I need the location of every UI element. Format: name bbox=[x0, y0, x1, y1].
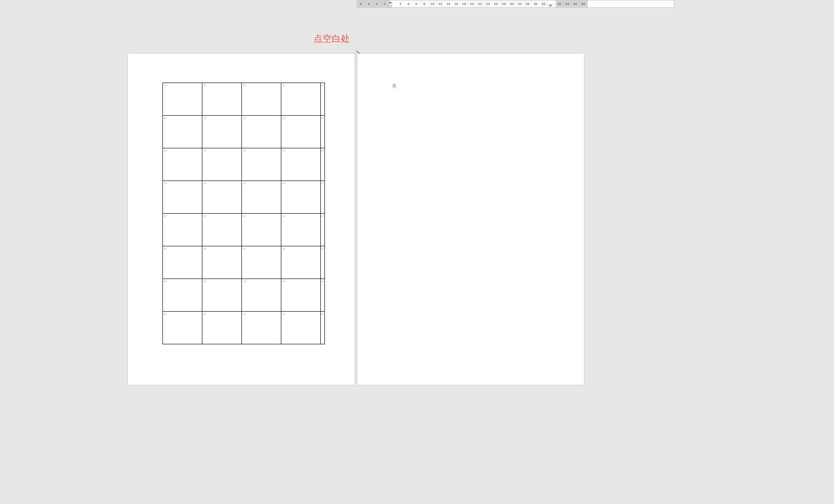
paragraph-mark-icon: ↵ bbox=[283, 84, 285, 87]
paragraph-mark-icon: ↵ bbox=[204, 182, 206, 185]
row-end-cell: ↵ bbox=[321, 116, 325, 148]
table-cell[interactable]: ↵ bbox=[202, 246, 242, 279]
table-row[interactable]: ↵↵↵↵↵ bbox=[163, 148, 325, 181]
table-cell[interactable]: ↵ bbox=[163, 116, 202, 148]
row-end-cell: ↵ bbox=[321, 279, 325, 312]
table-cell[interactable]: ↵ bbox=[242, 181, 281, 214]
table-cell[interactable]: ↵ bbox=[163, 279, 202, 312]
paragraph-mark-icon: ↵ bbox=[283, 149, 285, 152]
paragraph-mark-icon: ↵ bbox=[204, 117, 206, 120]
paragraph-mark-icon: ↵ bbox=[164, 149, 167, 152]
table-cell[interactable]: ↵ bbox=[281, 83, 321, 116]
table-cell[interactable]: ↵ bbox=[242, 312, 281, 344]
table-cell[interactable]: ↵ bbox=[202, 312, 242, 344]
paragraph-mark: ↵ bbox=[392, 83, 396, 88]
paragraph-mark-icon: ↵ bbox=[283, 182, 285, 185]
paragraph-mark-icon: ↵ bbox=[204, 280, 206, 283]
table-cell[interactable]: ↵ bbox=[242, 83, 281, 116]
paragraph-mark-icon: ↵ bbox=[283, 247, 285, 250]
paragraph-mark-icon: ↵ bbox=[204, 247, 206, 250]
table-cell[interactable]: ↵ bbox=[163, 148, 202, 181]
table-row[interactable]: ↵↵↵↵↵ bbox=[163, 214, 325, 246]
paragraph-mark-icon: ↵ bbox=[321, 182, 324, 185]
paragraph-mark-icon: ↵ bbox=[321, 117, 324, 120]
table-cell[interactable]: ↵ bbox=[281, 181, 321, 214]
table-row[interactable]: ↵↵↵↵↵ bbox=[163, 246, 325, 279]
document-page-1[interactable]: ↵↵↵↵↵↵↵↵↵↵↵↵↵↵↵↵↵↵↵↵↵↵↵↵↵↵↵↵↵↵↵↵↵↵↵↵↵↵↵↵ bbox=[128, 54, 354, 385]
paragraph-mark-icon: ↵ bbox=[164, 280, 167, 283]
table-cell[interactable]: ↵ bbox=[281, 116, 321, 148]
paragraph-mark-icon: ↵ bbox=[321, 280, 324, 283]
paragraph-mark-icon: ↵ bbox=[164, 247, 167, 250]
row-end-cell: ↵ bbox=[321, 246, 325, 279]
table-cell[interactable]: ↵ bbox=[242, 214, 281, 246]
row-end-cell: ↵ bbox=[321, 148, 325, 181]
row-end-cell: ↵ bbox=[321, 83, 325, 116]
table-cell[interactable]: ↵ bbox=[202, 279, 242, 312]
document-page-2[interactable]: ↵ bbox=[358, 54, 584, 385]
row-end-cell: ↵ bbox=[321, 214, 325, 246]
table-cell[interactable]: ↵ bbox=[242, 246, 281, 279]
paragraph-mark-icon: ↵ bbox=[243, 149, 246, 152]
paragraph-mark-icon: ↵ bbox=[243, 117, 246, 120]
paragraph-mark-icon: ↵ bbox=[283, 117, 285, 120]
paragraph-mark-icon: ↵ bbox=[164, 84, 167, 87]
table-cell[interactable]: ↵ bbox=[163, 181, 202, 214]
table-cell[interactable]: ↵ bbox=[202, 214, 242, 246]
paragraph-mark-icon: ↵ bbox=[243, 84, 246, 87]
table-row[interactable]: ↵↵↵↵↵ bbox=[163, 312, 325, 344]
table-cell[interactable]: ↵ bbox=[202, 83, 242, 116]
table-cell[interactable]: ↵ bbox=[163, 246, 202, 279]
table-cell[interactable]: ↵ bbox=[163, 83, 202, 116]
paragraph-mark-icon: ↵ bbox=[321, 149, 324, 152]
paragraph-mark-icon: ↵ bbox=[243, 215, 246, 218]
table-cell[interactable]: ↵ bbox=[281, 214, 321, 246]
paragraph-mark-icon: ↵ bbox=[204, 84, 206, 87]
paragraph-mark-icon: ↵ bbox=[164, 182, 167, 185]
table-cell[interactable]: ↵ bbox=[281, 312, 321, 344]
paragraph-mark-icon: ↵ bbox=[243, 313, 246, 316]
table-row[interactable]: ↵↵↵↵↵ bbox=[163, 181, 325, 214]
paragraph-mark-icon: ↵ bbox=[164, 215, 167, 218]
table-cell[interactable]: ↵ bbox=[242, 279, 281, 312]
paragraph-mark-icon: ↵ bbox=[164, 313, 167, 316]
paragraph-mark-icon: ↵ bbox=[283, 313, 285, 316]
row-end-cell: ↵ bbox=[321, 312, 325, 344]
table-cell[interactable]: ↵ bbox=[163, 312, 202, 344]
table-cell[interactable]: ↵ bbox=[281, 279, 321, 312]
paragraph-mark-icon: ↵ bbox=[204, 215, 206, 218]
table-row[interactable]: ↵↵↵↵↵ bbox=[163, 279, 325, 312]
table-cell[interactable]: ↵ bbox=[163, 214, 202, 246]
paragraph-mark-icon: ↵ bbox=[321, 84, 324, 87]
table-cell[interactable]: ↵ bbox=[202, 181, 242, 214]
table-cell[interactable]: ↵ bbox=[202, 148, 242, 181]
paragraph-mark-icon: ↵ bbox=[321, 313, 324, 316]
table-cell[interactable]: ↵ bbox=[202, 116, 242, 148]
table-cell[interactable]: ↵ bbox=[281, 246, 321, 279]
paragraph-mark-icon: ↵ bbox=[321, 215, 324, 218]
paragraph-mark-icon: ↵ bbox=[283, 215, 285, 218]
paragraph-mark-icon: ↵ bbox=[243, 182, 246, 185]
paragraph-mark-icon: ↵ bbox=[321, 247, 324, 250]
document-table[interactable]: ↵↵↵↵↵↵↵↵↵↵↵↵↵↵↵↵↵↵↵↵↵↵↵↵↵↵↵↵↵↵↵↵↵↵↵↵↵↵↵↵ bbox=[162, 83, 325, 344]
table-cell[interactable]: ↵ bbox=[242, 148, 281, 181]
table-row[interactable]: ↵↵↵↵↵ bbox=[163, 116, 325, 148]
table-cell[interactable]: ↵ bbox=[242, 116, 281, 148]
table-row[interactable]: ↵↵↵↵↵ bbox=[163, 83, 325, 116]
paragraph-mark-icon: ↵ bbox=[204, 313, 206, 316]
paragraph-mark-icon: ↵ bbox=[204, 149, 206, 152]
paragraph-mark-icon: ↵ bbox=[283, 280, 285, 283]
paragraph-mark-icon: ↵ bbox=[243, 247, 246, 250]
paragraph-mark-icon: ↵ bbox=[243, 280, 246, 283]
table-cell[interactable]: ↵ bbox=[281, 148, 321, 181]
row-end-cell: ↵ bbox=[321, 181, 325, 214]
paragraph-mark-icon: ↵ bbox=[164, 117, 167, 120]
